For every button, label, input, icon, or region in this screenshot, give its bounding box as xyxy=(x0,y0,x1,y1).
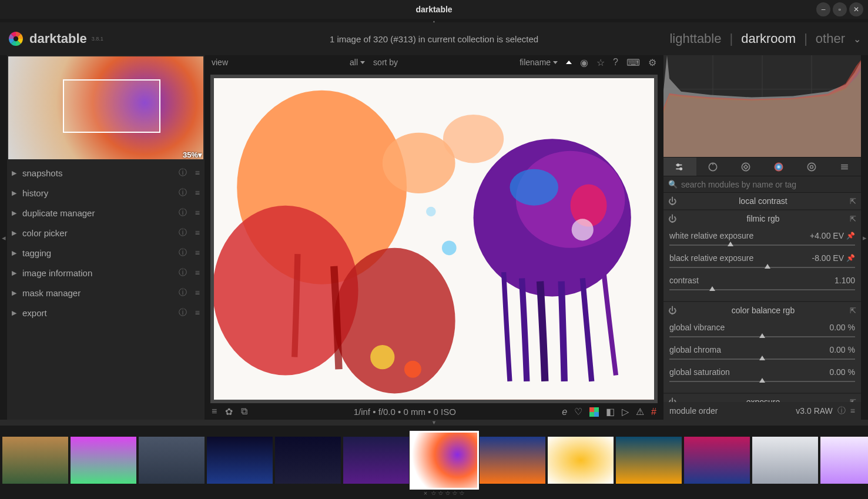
multi-instance-icon[interactable]: ⇱ xyxy=(850,398,856,403)
navigation-preview[interactable]: 35%▾ xyxy=(8,56,203,159)
slider[interactable] xyxy=(669,287,855,293)
module-tab-tone[interactable] xyxy=(729,158,762,176)
module-order-row[interactable]: module order v3.0 RAW ⓘ ≡ xyxy=(663,402,861,420)
thumbnail[interactable] xyxy=(275,437,341,484)
quick-access-icon[interactable]: ≡ xyxy=(212,406,217,417)
reset-icon[interactable]: ⓘ xyxy=(179,307,187,318)
presets-icon[interactable]: ≡ xyxy=(195,228,200,237)
left-module-duplicate-manager[interactable]: ▶duplicate managerⓘ≡ xyxy=(7,203,205,223)
reset-icon[interactable]: ⓘ xyxy=(179,187,187,198)
module-search-input[interactable] xyxy=(681,180,856,189)
thumbnail[interactable] xyxy=(752,437,818,484)
presets-icon[interactable]: ≡ xyxy=(195,168,200,178)
left-module-image-information[interactable]: ▶image informationⓘ≡ xyxy=(7,263,205,283)
left-module-mask-manager[interactable]: ▶mask managerⓘ≡ xyxy=(7,283,205,303)
sort-direction-icon[interactable] xyxy=(566,61,572,64)
second-window-icon[interactable]: ⧉ xyxy=(241,406,247,417)
presets-icon[interactable]: ≡ xyxy=(195,188,200,197)
gamut-check-icon[interactable] xyxy=(589,407,599,417)
slider[interactable] xyxy=(669,264,855,270)
module-tab-menu[interactable] xyxy=(828,158,861,176)
styles-icon[interactable]: ✿ xyxy=(225,406,233,417)
module-tab-correct[interactable] xyxy=(795,158,828,176)
thumbnail[interactable] xyxy=(343,437,409,484)
multi-instance-icon[interactable]: ⇱ xyxy=(850,215,856,223)
module-order-menu-icon[interactable]: ≡ xyxy=(850,406,855,416)
presets-icon[interactable]: ≡ xyxy=(195,308,200,317)
picker-icon[interactable]: 📌 xyxy=(846,254,855,262)
tab-lighttable[interactable]: lighttable xyxy=(669,31,721,46)
help-icon[interactable]: ? xyxy=(613,57,618,68)
zoom-label[interactable]: 35%▾ xyxy=(183,150,202,159)
thumbnail[interactable]: ×☆☆☆☆☆ xyxy=(411,433,477,488)
grouping-icon[interactable]: ◉ xyxy=(580,57,588,68)
module-tab-color[interactable] xyxy=(762,158,795,176)
histogram[interactable] xyxy=(663,55,861,158)
overexposed-icon[interactable]: ⚠ xyxy=(636,406,644,417)
sort-field-dropdown[interactable]: filename xyxy=(520,58,558,67)
tab-darkroom[interactable]: darkroom xyxy=(741,31,796,46)
left-module-color-picker[interactable]: ▶color pickerⓘ≡ xyxy=(7,223,205,243)
star-icon[interactable]: ☆ xyxy=(596,57,605,68)
filter-dropdown[interactable]: all xyxy=(350,58,365,67)
module-header[interactable]: ⏻filmic rgb⇱ xyxy=(663,210,861,227)
left-module-history[interactable]: ▶historyⓘ≡ xyxy=(7,183,205,203)
power-icon[interactable]: ⏻ xyxy=(668,306,676,315)
multi-instance-icon[interactable]: ⇱ xyxy=(850,306,856,315)
thumbnail[interactable] xyxy=(2,437,68,484)
thumbnail[interactable] xyxy=(548,437,614,484)
guides-icon[interactable]: # xyxy=(651,407,656,417)
raw-overexposed-icon[interactable]: ▷ xyxy=(622,406,629,417)
left-module-export[interactable]: ▶exportⓘ≡ xyxy=(7,303,205,323)
presets-icon[interactable]: ≡ xyxy=(195,268,200,277)
gear-icon[interactable]: ⚙ xyxy=(648,57,656,68)
left-module-snapshots[interactable]: ▶snapshotsⓘ≡ xyxy=(7,163,205,183)
slider[interactable] xyxy=(669,242,855,248)
presets-icon[interactable]: ≡ xyxy=(195,248,200,257)
view-label[interactable]: view xyxy=(212,58,228,67)
slider[interactable] xyxy=(669,356,855,362)
thumbnail[interactable] xyxy=(820,437,868,484)
close-button[interactable]: ✕ xyxy=(849,2,863,16)
image-canvas[interactable] xyxy=(210,75,658,403)
thumbnail[interactable] xyxy=(71,437,136,484)
slider[interactable] xyxy=(669,379,855,384)
reset-icon[interactable]: ⓘ xyxy=(179,247,187,258)
nav-preview-frame[interactable] xyxy=(63,79,160,133)
presets-icon[interactable]: ≡ xyxy=(195,288,200,297)
keyboard-icon[interactable]: ⌨ xyxy=(626,57,640,68)
thumbnail[interactable] xyxy=(207,437,273,484)
power-icon[interactable]: ⏻ xyxy=(668,397,676,402)
bulb-icon[interactable]: ♡ xyxy=(574,406,582,417)
tab-other[interactable]: other xyxy=(816,31,845,46)
module-tab-quick[interactable] xyxy=(663,158,696,176)
thumbnail[interactable] xyxy=(684,437,750,484)
softproof-icon[interactable]: ◧ xyxy=(606,406,615,417)
left-module-tagging[interactable]: ▶taggingⓘ≡ xyxy=(7,243,205,263)
slider[interactable] xyxy=(669,334,855,340)
module-header[interactable]: ⏻color balance rgb⇱ xyxy=(663,302,861,319)
reset-icon[interactable]: ⓘ xyxy=(179,287,187,298)
reset-icon[interactable]: ⓘ xyxy=(179,267,187,278)
maximize-button[interactable]: ▫ xyxy=(833,2,847,16)
thumbnail[interactable] xyxy=(480,437,545,484)
power-icon[interactable]: ⏻ xyxy=(668,214,676,223)
right-panel-handle[interactable]: ▸ xyxy=(861,55,868,420)
view-menu-chevron-icon[interactable]: ⌄ xyxy=(853,34,861,45)
picker-icon[interactable]: 📌 xyxy=(846,232,855,240)
reset-icon[interactable]: ⓘ xyxy=(179,168,187,178)
multi-instance-icon[interactable]: ⇱ xyxy=(850,197,856,206)
thumbnail[interactable] xyxy=(616,437,682,484)
module-order-reset-icon[interactable]: ⓘ xyxy=(837,406,846,416)
left-panel-handle[interactable]: ◂ xyxy=(0,55,7,420)
power-icon[interactable]: ⏻ xyxy=(668,196,676,206)
thumbnail[interactable] xyxy=(139,437,205,484)
presets-icon[interactable]: ≡ xyxy=(195,208,200,217)
thumbnail-rating[interactable]: ×☆☆☆☆☆ xyxy=(411,490,477,495)
reset-icon[interactable]: ⓘ xyxy=(179,207,187,218)
module-header[interactable]: ⏻local contrast⇱ xyxy=(663,193,861,209)
minimize-button[interactable]: – xyxy=(816,2,830,16)
filmstrip-handle[interactable]: ▼ xyxy=(0,420,868,426)
module-tab-base[interactable] xyxy=(696,158,729,176)
iso12646-icon[interactable]: e xyxy=(562,407,567,417)
